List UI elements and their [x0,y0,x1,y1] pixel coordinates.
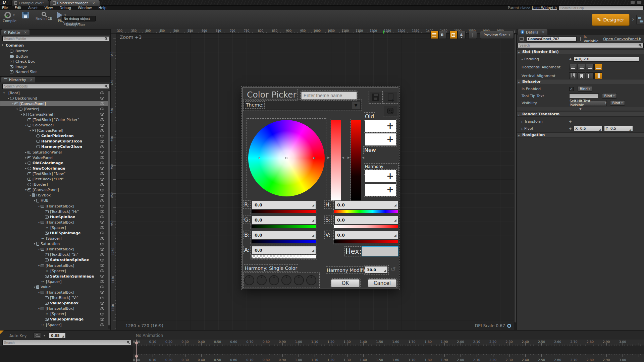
expander-open-icon[interactable]: ▾ [33,199,36,202]
harmony-preset-knob[interactable] [257,275,267,285]
visibility-eye-icon[interactable] [100,129,104,132]
channel-a-spinbox[interactable]: 0.0◢ [252,246,316,254]
hierarchy-row[interactable]: [Border] [0,182,108,187]
visibility-eye-icon[interactable] [100,216,104,218]
padding-reset-icon[interactable]: ◆ [569,57,572,61]
palette-close-icon[interactable]: × [24,31,26,34]
hierarchy-row[interactable]: ▾[HorizontalBox] [0,263,108,268]
asset-tab-colorpickerwidget[interactable]: ColorPickerWidget× [50,0,100,6]
visibility-eye-icon[interactable] [100,151,104,154]
visibility-eye-icon[interactable] [100,275,104,278]
expander-open-icon[interactable]: ▾ [15,108,19,111]
value-arrow-right-icon[interactable]: ◀ [362,156,364,159]
hierarchy-row[interactable]: ▾Background [0,96,108,101]
pivot-x-spinbox[interactable]: X 0.5 ◢ [574,126,602,131]
visibility-eye-icon[interactable] [100,318,104,321]
canvas-grid[interactable]: Zoom +3 Color Picker Theme: ▼ [116,34,517,330]
visibility-eye-icon[interactable] [100,145,104,148]
transform-expander-icon[interactable]: ▸ [522,120,523,123]
saturation-arrow-left-icon[interactable]: ▶ [327,156,330,159]
channel-b-gradient[interactable] [252,240,316,243]
hierarchy-row[interactable]: ▾[HorizontalBox] [0,203,108,209]
channel-v-spinbox[interactable]: 0.0◢ [334,231,398,239]
menu-view[interactable]: View [45,6,53,10]
save-theme-button[interactable] [370,92,382,103]
visibility-eye-icon[interactable] [100,92,104,94]
visibility-eye-icon[interactable] [100,302,104,305]
visibility-eye-icon[interactable] [100,221,104,224]
outline-toggle-button[interactable] [430,31,438,39]
value-bar[interactable] [351,120,361,200]
menu-asset[interactable]: Asset [28,6,38,10]
tooltip-bind-button[interactable]: Bind▾ [602,93,617,99]
ok-button[interactable]: OK [331,279,360,287]
hierarchy-row[interactable]: ▾[HorizontalBox] [0,306,108,311]
debug-object-dropdown[interactable]: No debug object selected ▾ [62,16,96,21]
harmony-color-swatch-2[interactable]: + [365,184,396,196]
visibility-eye-icon[interactable] [100,307,104,310]
visibility-dropdown[interactable]: Self Hit Test Invisible▾ [569,100,607,106]
visibility-eye-icon[interactable] [100,323,104,326]
hierarchy-row[interactable]: 3HueSpinBox [0,214,108,220]
hierarchy-scrollbar[interactable] [108,90,110,329]
harmony-preset-knob[interactable] [306,275,316,285]
menu-debug[interactable]: Debug [60,6,71,10]
section-slot[interactable]: ▾Slot (Border Slot) [517,49,644,54]
visibility-eye-icon[interactable] [100,248,104,251]
halign-center-button[interactable] [578,64,585,70]
expander-open-icon[interactable]: ▾ [7,97,10,100]
canvas-vertical-scrollbar[interactable] [514,34,517,330]
saturation-bar[interactable] [331,120,341,200]
halign-right-button[interactable] [586,64,594,70]
timeline-ruler-bottom[interactable]: 0.000.100.200.300.400.500.600.700.800.90… [133,354,644,362]
palette-search-input[interactable] [2,36,109,41]
open-source-link[interactable]: Open CanvasPanel.h [603,37,641,41]
snap-interval-spinbox[interactable]: 0.05◢ [49,333,66,338]
hierarchy-row[interactable]: T[TextBlock] "H:" [0,209,108,214]
visibility-eye-icon[interactable] [100,140,104,143]
cancel-button[interactable]: Cancel [368,279,396,287]
palette-item-border[interactable]: Border [0,49,110,54]
hierarchy-row[interactable]: HUESpinImage [0,230,108,236]
advanced-expander[interactable]: ▼ [517,107,644,111]
add-harmony-color-1-icon[interactable]: + [386,171,394,181]
expander-closed-icon[interactable]: ▸ [24,167,28,170]
is-enabled-checkbox[interactable]: ✓ [569,87,574,91]
hierarchy-row[interactable]: ↔[Spacer] [0,279,108,284]
menu-help[interactable]: Help [98,6,106,10]
tab-close-icon[interactable]: × [92,1,95,5]
graph-mode-button[interactable] [636,15,644,25]
new-theme-button[interactable] [384,92,397,103]
visibility-eye-icon[interactable] [100,97,104,100]
feedback-icon[interactable] [631,1,635,4]
hierarchy-row[interactable]: ▸NewColorImage [0,166,108,171]
channel-v-gradient[interactable] [334,240,398,243]
new-color-swatch[interactable]: + [365,133,396,145]
hierarchy-row[interactable]: ▾[Root] [0,90,108,96]
channel-s-gradient[interactable] [334,225,398,228]
harmony-preset-knob[interactable] [294,275,304,285]
channel-h-spinbox[interactable]: 0.0◢ [334,201,398,209]
expander-open-icon[interactable]: ▾ [37,248,41,251]
channel-h-gradient[interactable] [334,210,398,213]
snap-grid-toggle-button[interactable] [449,31,458,39]
halign-fill-button[interactable] [594,64,602,70]
hierarchy-search-input[interactable] [2,84,109,89]
visibility-eye-icon[interactable] [100,297,104,299]
playhead-handle-top[interactable] [135,342,138,344]
save-button[interactable] [22,12,29,19]
palette-item-named-slot[interactable]: +Named Slot [0,69,110,74]
find-in-cb-button[interactable]: Find in CB [36,12,52,20]
random-color-button[interactable] [384,106,397,116]
tab-palette[interactable]: Palette× [1,29,30,35]
visibility-eye-icon[interactable] [100,167,104,170]
expander-open-icon[interactable]: ▾ [24,124,28,127]
compile-button[interactable]: ✓ ▾ Compile [3,12,16,23]
valign-left-button[interactable] [569,72,577,79]
expander-open-icon[interactable]: ▾ [29,194,32,197]
visibility-eye-icon[interactable] [100,102,104,105]
is-variable-checkbox[interactable] [579,37,581,41]
hierarchy-row[interactable]: ▾[CanvasPanel] [0,187,108,193]
harmony-color-swatch-1[interactable]: + [365,170,396,182]
hierarchy-row[interactable]: 3ValueSpinBox [0,301,108,306]
